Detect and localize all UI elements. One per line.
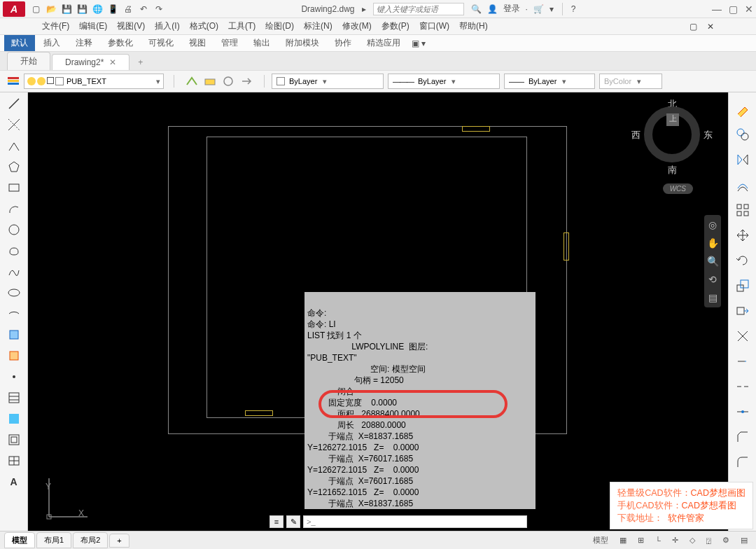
mirror-tool-icon[interactable] (733, 150, 752, 169)
help-search-input[interactable] (373, 3, 464, 15)
spline-tool-icon[interactable] (6, 263, 22, 280)
layout1-tab[interactable]: 布局1 (36, 532, 71, 548)
app-icon2[interactable]: ▾ (550, 4, 554, 14)
text-window[interactable]: 命令: 命令: LI LIST 找到 1 个 LWPOLYLINE 图层: "P… (304, 292, 536, 509)
model-tab[interactable]: 模型 (4, 532, 35, 548)
close-button[interactable]: ✕ (745, 4, 753, 15)
line-tool-icon[interactable] (6, 95, 22, 112)
undo-icon[interactable]: ↶ (137, 3, 150, 15)
wcs-badge[interactable]: WCS (663, 183, 693, 194)
ellipse-arc-tool-icon[interactable] (6, 305, 22, 322)
cart-icon[interactable]: 🛒 (533, 4, 544, 14)
open-icon[interactable]: 📂 (45, 3, 57, 15)
menu-param[interactable]: 参数(P) (382, 20, 410, 32)
save-icon[interactable]: 💾 (60, 3, 73, 15)
status-snap-icon[interactable]: ⊞ (634, 534, 648, 546)
arc-tool-icon[interactable] (6, 200, 22, 217)
gradient-tool-icon[interactable] (6, 410, 22, 427)
layer-prev-icon[interactable] (239, 74, 254, 89)
polygon-tool-icon[interactable] (6, 158, 22, 175)
block-create-icon[interactable] (6, 347, 22, 364)
rectangle-tool-icon[interactable] (6, 179, 22, 196)
user-icon[interactable]: 👤 (487, 4, 498, 14)
viewcube-top-face[interactable]: 上 (666, 113, 679, 126)
menu-edit[interactable]: 编辑(E) (79, 20, 107, 32)
status-clean-icon[interactable]: ▤ (736, 534, 752, 546)
status-ortho-icon[interactable]: └ (651, 535, 665, 546)
scale-tool-icon[interactable] (733, 276, 752, 296)
block-insert-icon[interactable] (6, 326, 22, 343)
status-polar-icon[interactable]: ✛ (668, 534, 682, 546)
doc-tab-current[interactable]: Drawing2* ✕ (52, 54, 130, 70)
nav-orbit-icon[interactable]: ⟲ (708, 274, 717, 285)
close-tab-icon[interactable]: ✕ (109, 57, 116, 67)
copy-tool-icon[interactable] (733, 125, 752, 144)
ribbon-tab-addins[interactable]: 附加模块 (279, 35, 326, 51)
linetype-dropdown[interactable]: ——— ByLayer ▾ (388, 74, 500, 89)
cmd-recent-icon[interactable]: ≡ (270, 515, 284, 528)
menu-insert[interactable]: 插入(I) (155, 20, 179, 32)
nav-show-icon[interactable]: ▤ (708, 292, 718, 303)
menu-format[interactable]: 格式(O) (190, 20, 218, 32)
layer-iso-icon[interactable] (220, 74, 236, 89)
point-tool-icon[interactable] (6, 368, 22, 385)
nav-wheel-icon[interactable]: ◎ (708, 219, 717, 230)
menu-restore-icon[interactable]: ▢ (690, 22, 697, 32)
search-icon[interactable]: 🔍 (471, 4, 482, 14)
ellipse-tool-icon[interactable] (6, 284, 22, 301)
ribbon-expand-icon[interactable]: ▣ ▾ (412, 39, 426, 48)
layer-manager-icon[interactable] (6, 74, 21, 89)
ribbon-tab-featured[interactable]: 精选应用 (360, 35, 407, 51)
color-dropdown[interactable]: ByLayer ▾ (272, 74, 384, 89)
polyline-tool-icon[interactable] (6, 137, 22, 154)
ribbon-tab-output[interactable]: 输出 (246, 35, 277, 51)
status-grid-icon[interactable]: ▦ (615, 534, 631, 546)
stretch-tool-icon[interactable] (733, 301, 752, 321)
array-tool-icon[interactable] (733, 200, 752, 220)
doc-tab-add-button[interactable]: + (131, 55, 150, 70)
layer-dropdown[interactable]: PUB_TEXT ▾ (24, 74, 164, 89)
ribbon-tab-insert[interactable]: 插入 (36, 35, 67, 51)
hatch-tool-icon[interactable] (6, 389, 22, 406)
region-tool-icon[interactable] (6, 431, 22, 448)
join-tool-icon[interactable] (733, 402, 752, 422)
new-icon[interactable]: ▢ (29, 3, 42, 15)
circle-tool-icon[interactable] (6, 221, 22, 238)
ribbon-tab-visualize[interactable]: 可视化 (141, 35, 181, 51)
command-input[interactable]: >_ (303, 515, 527, 528)
layer-states-icon[interactable] (184, 74, 200, 89)
text-tool-icon[interactable]: A (6, 473, 22, 490)
ribbon-tab-parametric[interactable]: 参数化 (101, 35, 140, 51)
menu-tools[interactable]: 工具(T) (228, 20, 255, 32)
openweb-icon[interactable]: 🌐 (91, 3, 104, 15)
menu-window[interactable]: 窗口(W) (419, 20, 449, 32)
redo-icon[interactable]: ↷ (153, 3, 165, 15)
status-workspace-icon[interactable]: ⚙ (718, 534, 734, 546)
menu-close-icon[interactable]: ✕ (707, 22, 714, 32)
maximize-button[interactable]: ▢ (729, 4, 738, 15)
ribbon-tab-collab[interactable]: 协作 (328, 35, 358, 51)
match-layer-icon[interactable] (202, 74, 218, 89)
layout2-tab[interactable]: 布局2 (73, 532, 108, 548)
rotate-tool-icon[interactable] (733, 251, 752, 270)
lineweight-dropdown[interactable]: —— ByLayer ▾ (504, 74, 595, 89)
chamfer-tool-icon[interactable] (733, 427, 752, 447)
move-tool-icon[interactable] (733, 225, 752, 245)
offset-tool-icon[interactable] (733, 175, 752, 195)
ribbon-tab-annotate[interactable]: 注释 (69, 35, 99, 51)
xline-tool-icon[interactable] (6, 116, 22, 133)
menu-view[interactable]: 视图(V) (117, 20, 145, 32)
print-icon[interactable]: 🖨 (122, 3, 134, 15)
status-model[interactable]: 模型 (589, 534, 612, 547)
plotstyle-dropdown[interactable]: ByColor ▾ (599, 74, 662, 89)
break-tool-icon[interactable] (733, 377, 752, 396)
extend-tool-icon[interactable] (733, 352, 752, 371)
revcloud-tool-icon[interactable] (6, 242, 22, 259)
mobile-icon[interactable]: 📱 (106, 3, 119, 15)
fillet-tool-icon[interactable] (733, 452, 752, 472)
menu-draw[interactable]: 绘图(D) (265, 20, 294, 32)
menu-help[interactable]: 帮助(H) (459, 20, 488, 32)
erase-tool-icon[interactable] (733, 99, 752, 119)
status-anno-icon[interactable]: ⍰ (702, 535, 715, 546)
help-icon[interactable]: ? (571, 4, 576, 14)
